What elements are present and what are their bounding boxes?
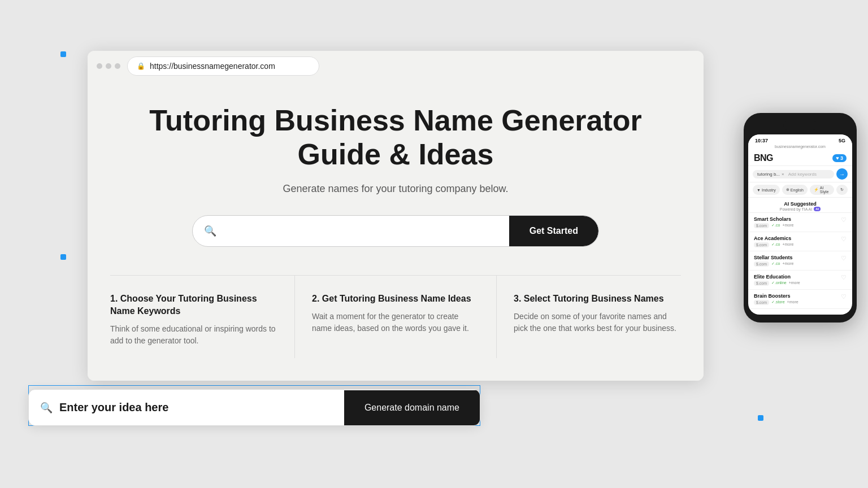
phone-go-button[interactable]: → — [836, 168, 848, 180]
phone-filter-industry[interactable]: ▼ Industry — [753, 185, 780, 195]
phone-search-term: tutoring b... — [757, 172, 780, 177]
phone-heart-badge: ♥ 3 — [832, 154, 847, 162]
phone-name-0-tags: $.com ✓.co +more — [754, 223, 793, 228]
phone-name-1-heart[interactable]: ♡ — [841, 236, 847, 243]
step-1-title: 1. Choose Your Tutoring Business Name Ke… — [110, 293, 277, 318]
phone-screen: 10:37 5G businessnamegenerator.com BNG ♥… — [748, 134, 852, 315]
generate-domain-button[interactable]: Generate domain name — [344, 390, 480, 425]
search-input[interactable] — [222, 226, 498, 236]
dot-close[interactable] — [97, 63, 102, 69]
selection-handle-ml[interactable] — [60, 254, 66, 260]
phone-filter-refresh[interactable]: ↻ — [836, 185, 848, 195]
phone-name-2-tags: $.com ✓.co +more — [754, 262, 793, 267]
phone-search-x: × — [782, 172, 784, 177]
phone-name-3-heart[interactable]: ♡ — [841, 274, 847, 281]
phone-name-2-heart[interactable]: ♡ — [841, 255, 847, 262]
phone-ai-title: AI Suggested — [753, 201, 848, 207]
selection-handle-br[interactable] — [758, 415, 763, 421]
step-2-desc: Wait a moment for the generator to creat… — [312, 311, 479, 334]
phone-time: 10:37 — [755, 138, 768, 143]
phone-name-4-info: Brain Boosters $.com ✓.store +more — [754, 293, 798, 305]
step-3-title: 3. Select Tutoring Business Names — [514, 293, 681, 305]
step-1-desc: Think of some educational or inspiring w… — [110, 323, 277, 347]
browser-window: 🔒 https://businessnamegenerator.com Tuto… — [88, 51, 704, 381]
phone-name-2-info: Stellar Students $.com ✓.co +more — [754, 255, 793, 267]
phone-name-item-3[interactable]: Elite Education $.com ✓.online +more ♡ — [748, 271, 852, 290]
phone-name-item-4[interactable]: Brain Boosters $.com ✓.store +more ♡ — [748, 290, 852, 309]
lock-icon: 🔒 — [137, 62, 145, 70]
window-controls — [97, 63, 120, 69]
phone-mockup: 10:37 5G businessnamegenerator.com BNG ♥… — [744, 113, 857, 323]
phone-search-row: tutoring b... × Add keywords → — [748, 166, 852, 182]
bottom-search-bar: 🔍 Enter your idea here Generate domain n… — [28, 389, 480, 426]
phone-ai-section: AI Suggested Powered by TIA AI AI — [748, 198, 852, 213]
steps-container: 1. Choose Your Tutoring Business Name Ke… — [110, 275, 681, 359]
phone-filter-ai[interactable]: ⚡ AI Style — [810, 185, 834, 195]
phone-name-1-tags: $.com ✓.co +more — [754, 242, 793, 247]
search-bar: 🔍 Get Started — [192, 215, 599, 247]
bottom-search-placeholder[interactable]: Enter your idea here — [59, 401, 168, 414]
search-icon: 🔍 — [204, 225, 216, 237]
phone-name-0-info: Smart Scholars $.com ✓.co +more — [754, 216, 793, 228]
step-2: 2. Get Tutoring Business Name Ideas Wait… — [295, 276, 497, 359]
step-3-desc: Decide on some of your favorite names an… — [514, 311, 681, 334]
phone-ai-subtitle: Powered by TIA AI AI — [753, 207, 848, 211]
page-title: Tutoring Business Name Generator Guide &… — [110, 104, 681, 172]
phone-name-1-info: Ace Academics $.com ✓.co +more — [754, 236, 793, 247]
phone-search-chip[interactable]: tutoring b... × Add keywords — [753, 170, 834, 178]
search-input-area: 🔍 — [193, 216, 509, 246]
phone-status-bar: 10:37 5G — [748, 134, 852, 145]
address-bar[interactable]: 🔒 https://businessnamegenerator.com — [127, 56, 319, 76]
phone-name-item-2[interactable]: Stellar Students $.com ✓.co +more ♡ — [748, 251, 852, 271]
bottom-search-icon: 🔍 — [40, 402, 53, 414]
step-3: 3. Select Tutoring Business Names Decide… — [497, 276, 681, 359]
dot-maximize[interactable] — [115, 63, 120, 69]
dot-minimize[interactable] — [106, 63, 111, 69]
ai-badge: AI — [814, 207, 821, 211]
browser-content: Tutoring Business Name Generator Guide &… — [88, 76, 704, 381]
phone-filter-row: ▼ Industry ⊕ English ⚡ AI Style ↻ — [748, 182, 852, 198]
phone-url-bar: businessnamegenerator.com — [748, 145, 852, 151]
get-started-button[interactable]: Get Started — [509, 216, 598, 246]
url-text: https://businessnamegenerator.com — [150, 62, 275, 71]
browser-topbar: 🔒 https://businessnamegenerator.com — [88, 51, 704, 76]
phone-name-3-info: Elite Education $.com ✓.online +more — [754, 274, 800, 286]
bng-logo: BNG — [754, 153, 773, 163]
selection-handle-tl[interactable] — [60, 51, 66, 57]
phone-bng-header: BNG ♥ 3 — [748, 151, 852, 166]
page-subtitle: Generate names for your tutoring company… — [110, 183, 681, 195]
phone-name-item-0[interactable]: Smart Scholars $.com ✓.co +more ♡ — [748, 213, 852, 232]
bottom-search-area: 🔍 Enter your idea here — [29, 390, 344, 425]
step-1: 1. Choose Your Tutoring Business Name Ke… — [110, 276, 295, 359]
phone-name-0-heart[interactable]: ♡ — [841, 216, 847, 224]
phone-name-4-tags: $.com ✓.store +more — [754, 300, 798, 305]
phone-filter-english[interactable]: ⊕ English — [782, 185, 808, 195]
phone-name-item-1[interactable]: Ace Academics $.com ✓.co +more ♡ — [748, 232, 852, 251]
phone-name-4-heart[interactable]: ♡ — [841, 293, 847, 300]
phone-name-3-tags: $.com ✓.online +more — [754, 281, 800, 286]
step-2-title: 2. Get Tutoring Business Name Ideas — [312, 293, 479, 305]
phone-notch — [783, 121, 817, 130]
phone-add-keywords: Add keywords — [788, 172, 817, 177]
phone-signal: 5G — [839, 138, 845, 143]
